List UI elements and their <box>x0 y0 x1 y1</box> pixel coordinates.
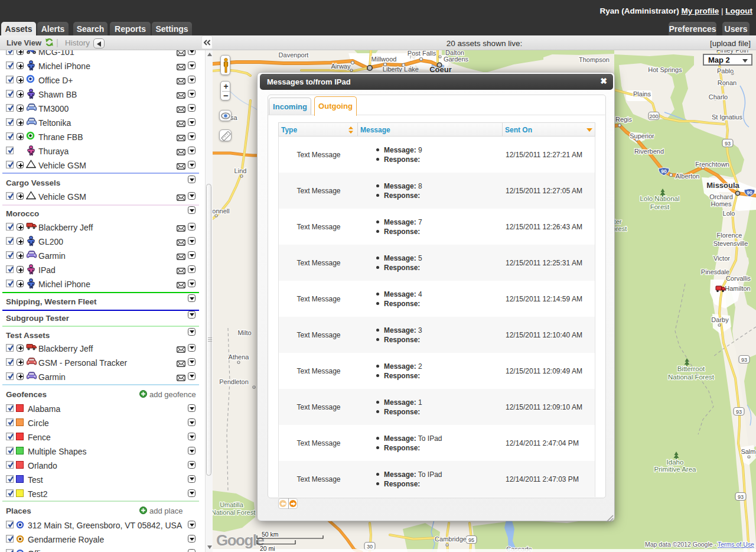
svg-text:Umatilla: Umatilla <box>220 501 244 508</box>
svg-text:Frenchtown: Frenchtown <box>695 161 729 168</box>
svg-text:93: 93 <box>741 357 747 363</box>
svg-text:Millwood: Millwood <box>372 56 397 63</box>
svg-text:93: 93 <box>725 141 731 147</box>
svg-text:Milto: Milto <box>237 329 251 336</box>
svg-text:Bitterroot: Bitterroot <box>677 365 705 372</box>
svg-text:Pablo: Pablo <box>717 67 734 74</box>
svg-text:National Forest: National Forest <box>668 374 715 381</box>
svg-text:93: 93 <box>736 409 742 415</box>
svg-text:Cambridge: Cambridge <box>435 535 467 543</box>
svg-text:Pendleton: Pendleton <box>219 378 249 385</box>
svg-text:90: 90 <box>661 168 667 174</box>
svg-text:93: 93 <box>738 494 744 500</box>
svg-text:Homes: Homes <box>711 200 732 207</box>
svg-text:Thompson: Thompson <box>579 56 610 63</box>
svg-text:Lolo National: Lolo National <box>640 195 679 202</box>
svg-text:Idaho: Idaho <box>667 459 684 466</box>
svg-text:Missoula: Missoula <box>706 181 739 190</box>
svg-text:Darby: Darby <box>711 316 729 323</box>
svg-text:ter: ter <box>614 218 622 225</box>
svg-text:onnell: onnell <box>213 207 230 215</box>
svg-text:Davenport: Davenport <box>279 51 309 59</box>
svg-text:Regis: Regis <box>615 116 633 123</box>
svg-text:Hot Springs: Hot Springs <box>648 66 682 73</box>
svg-text:Alberton: Alberton <box>676 173 700 180</box>
svg-text:Salmo: Salmo <box>741 448 756 455</box>
svg-text:Post Falls: Post Falls <box>408 50 436 57</box>
svg-text:Florence: Florence <box>717 232 742 239</box>
svg-text:Orchard: Orchard <box>709 193 733 200</box>
svg-text:St Ignatius: St Ignatius <box>712 113 742 121</box>
svg-text:Pinesdale: Pinesdale <box>701 268 729 275</box>
svg-text:20 mi: 20 mi <box>260 545 275 552</box>
svg-text:Lind: Lind <box>234 167 247 174</box>
svg-text:Primitive Area: Primitive Area <box>654 466 697 473</box>
svg-text:Map data ©2012 Google -: Map data ©2012 Google - <box>645 541 716 548</box>
svg-text:200: 200 <box>649 113 658 119</box>
svg-text:95: 95 <box>468 537 474 543</box>
svg-text:Ronan: Ronan <box>718 79 737 86</box>
svg-text:Charlo: Charlo <box>709 93 728 100</box>
svg-text:Superior: Superior <box>630 132 654 139</box>
svg-text:Airway: Airway <box>331 63 351 70</box>
svg-text:Riverbend: Riverbend <box>634 148 664 155</box>
svg-text:National Forest: National Forest <box>213 509 255 516</box>
svg-text:90: 90 <box>747 190 752 196</box>
svg-text:30: 30 <box>367 544 373 550</box>
svg-text:Plains: Plains <box>633 90 651 98</box>
svg-text:Gardens: Gardens <box>444 56 469 63</box>
svg-text:Forest: Forest <box>650 203 670 210</box>
svg-text:Lolo: Lolo <box>723 210 735 217</box>
svg-text:Corvallis: Corvallis <box>726 275 751 282</box>
svg-text:Terms of Use: Terms of Use <box>718 541 754 548</box>
svg-text:Stevensville: Stevensville <box>713 240 748 247</box>
svg-text:50 km: 50 km <box>262 531 279 538</box>
svg-text:Hamilton: Hamilton <box>725 285 750 292</box>
svg-text:Victor: Victor <box>713 255 730 262</box>
svg-text:Athena: Athena <box>229 353 250 361</box>
